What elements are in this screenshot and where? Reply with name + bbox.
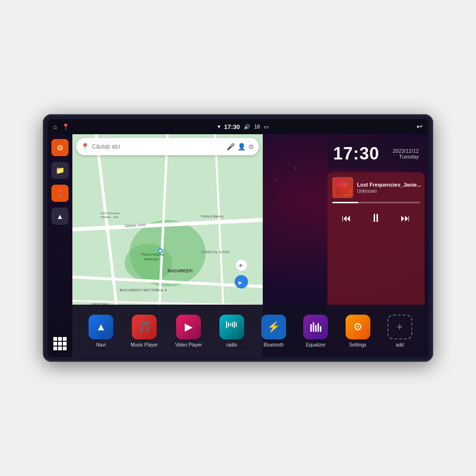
status-bar: ⌂ 📍 ▾ 17:30 🔊 18 ▭ ↩	[48, 119, 428, 134]
album-art	[332, 177, 353, 198]
prev-button[interactable]: ⏮	[338, 209, 355, 227]
home-icon[interactable]: ⌂	[53, 123, 57, 130]
map-svg: Splaiul Unirii BUCUREȘTI JUDEȚUL ILFOV B…	[72, 134, 263, 334]
back-icon[interactable]: ↩	[416, 122, 423, 131]
svg-rect-31	[228, 322, 229, 327]
app-equalizer[interactable]: Equalizer	[303, 315, 328, 347]
svg-text:👁: 👁	[238, 263, 243, 268]
equalizer-icon	[303, 315, 328, 339]
progress-fill	[332, 202, 358, 203]
sidebar-item-maps[interactable]: 📍	[51, 185, 69, 202]
google-maps-icon: 📍	[81, 143, 89, 150]
svg-text:Mobility - Sud: Mobility - Sud	[101, 216, 118, 218]
music-controls: ⏮ ⏸ ⏭	[332, 208, 420, 228]
svg-text:Parcul Natural: Parcul Natural	[141, 253, 164, 256]
progress-bar[interactable]	[332, 202, 420, 203]
radio-icon	[219, 315, 244, 339]
settings-map-icon[interactable]: ⚙	[248, 143, 254, 150]
app-settings[interactable]: ⚙ Settings	[346, 315, 370, 347]
sidebar: ⚙ 📁 📍 ▲	[48, 134, 72, 357]
sidebar-item-navi[interactable]: ▲	[51, 208, 69, 225]
sidebar-item-settings[interactable]: ⚙	[51, 139, 69, 156]
svg-point-27	[336, 179, 343, 187]
pause-button[interactable]: ⏸	[366, 208, 386, 228]
settings-icon: ⚙	[57, 143, 63, 152]
bluetooth-label: Bluetooth	[264, 342, 284, 347]
pin-icon: 📍	[56, 189, 65, 198]
app-video-player[interactable]: ▶ Video Player	[175, 315, 202, 347]
svg-rect-33	[232, 322, 233, 327]
svg-text:Pizza & Bakery: Pizza & Bakery	[201, 215, 224, 218]
svg-rect-38	[315, 325, 317, 332]
map-search-input[interactable]	[92, 143, 224, 150]
app-music-player[interactable]: 🎵 Music Player	[130, 315, 158, 347]
add-label: add	[396, 342, 404, 347]
svg-rect-30	[226, 321, 227, 328]
battery-level: 18	[254, 124, 260, 129]
video-player-label: Video Player	[175, 342, 202, 347]
svg-rect-39	[317, 323, 319, 332]
radio-label: radio	[227, 342, 237, 347]
files-icon: 📁	[56, 166, 65, 175]
svg-rect-36	[310, 324, 312, 332]
status-right: ↩	[416, 122, 423, 131]
clock-date-display: 2023/12/12 Tuesday	[393, 148, 419, 159]
clock-status: 17:30	[224, 123, 240, 130]
account-icon[interactable]: 👤	[238, 143, 246, 150]
settings-app-icon: ⚙	[346, 315, 370, 339]
svg-text:▶: ▶	[238, 280, 242, 285]
clock-date-day: Tuesday	[393, 154, 419, 159]
grid-apps-icon	[53, 337, 67, 350]
clock-date-value: 2023/12/12	[393, 148, 419, 154]
sidebar-item-files[interactable]: 📁	[51, 162, 69, 179]
settings-label: Settings	[349, 342, 366, 347]
map-search-bar[interactable]: 📍 🎤 👤 ⚙	[76, 138, 259, 155]
next-button[interactable]: ⏭	[397, 209, 414, 227]
svg-rect-37	[313, 322, 314, 332]
wifi-icon: ▾	[218, 123, 220, 130]
screen: ⌂ 📍 ▾ 17:30 🔊 18 ▭ ↩	[48, 119, 428, 357]
svg-text:AXIS Premium: AXIS Premium	[101, 212, 119, 215]
app-radio[interactable]: radio	[219, 315, 244, 347]
app-bluetooth[interactable]: ⚡ Bluetooth	[261, 315, 286, 347]
svg-text:BUCUREȘTI SECTORUL 4: BUCUREȘTI SECTORUL 4	[120, 288, 167, 292]
app-add[interactable]: + add	[387, 315, 412, 347]
maps-status-icon[interactable]: 📍	[62, 123, 69, 130]
battery-icon: ▭	[264, 124, 268, 130]
track-details: Lost Frequencies_Janie... Unknown	[357, 182, 421, 194]
track-artist: Unknown	[357, 188, 421, 194]
mic-icon[interactable]: 🎤	[227, 143, 235, 150]
svg-text:BUCUREȘTI: BUCUREȘTI	[168, 268, 193, 273]
sidebar-item-apps[interactable]	[51, 335, 69, 352]
car-display-device: ⌂ 📍 ▾ 17:30 🔊 18 ▭ ↩	[43, 114, 433, 362]
status-left-icons: ⌂ 📍	[53, 123, 69, 130]
music-player-label: Music Player	[130, 342, 158, 347]
svg-text:JUDEȚUL ILFOV: JUDEȚUL ILFOV	[201, 250, 230, 254]
svg-text:Văcărești: Văcărești	[144, 258, 159, 261]
svg-rect-35	[236, 322, 237, 327]
app-navi[interactable]: ▲ Navi	[89, 315, 113, 347]
navi-label: Navi	[96, 342, 106, 347]
svg-rect-40	[320, 326, 321, 332]
svg-rect-32	[230, 323, 231, 326]
svg-point-17	[159, 249, 162, 252]
track-title: Lost Frequencies_Janie...	[357, 182, 421, 188]
svg-rect-34	[234, 321, 235, 328]
svg-point-2	[125, 244, 172, 282]
clock-widget: 17:30 2023/12/12 Tuesday	[327, 139, 425, 169]
music-track-info: Lost Frequencies_Janie... Unknown	[332, 177, 420, 198]
volume-icon: 🔊	[244, 124, 250, 130]
arrow-nav-icon: ▲	[57, 212, 64, 220]
clock-time-display: 17:30	[333, 144, 379, 164]
bluetooth-icon: ⚡	[261, 315, 286, 339]
main-area: ⚙ 📁 📍 ▲	[48, 134, 428, 357]
navi-icon: ▲	[89, 315, 113, 339]
video-player-icon: ▶	[176, 315, 201, 339]
add-icon: +	[387, 315, 412, 339]
status-center: ▾ 17:30 🔊 18 ▭	[218, 123, 269, 130]
equalizer-label: Equalizer	[306, 342, 326, 347]
svg-rect-29	[336, 187, 349, 194]
music-player-icon: 🎵	[132, 315, 157, 339]
app-dock: ▲ Navi 🎵 Music Player ▶ Video Play	[72, 305, 428, 357]
